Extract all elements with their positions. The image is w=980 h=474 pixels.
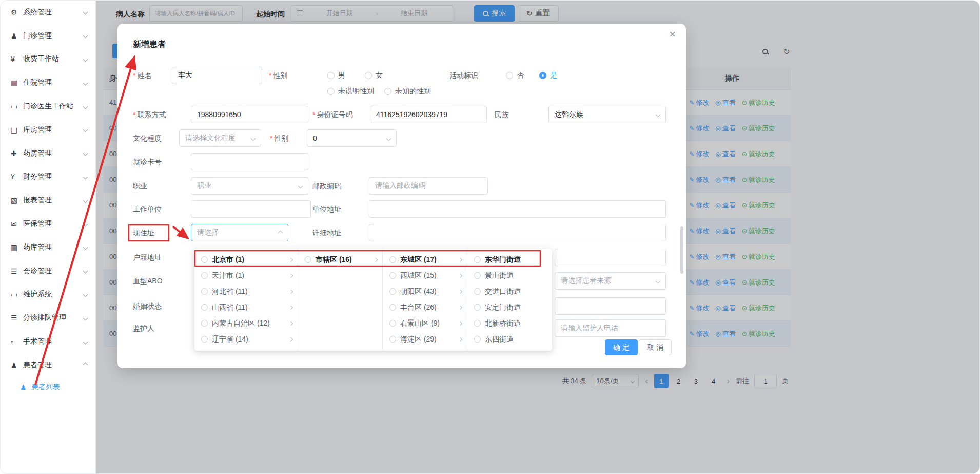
app-window: ⚙系统管理♟门诊管理¥收费工作站▥住院管理▭门诊医生工作站▤库房管理✚药房管理¥… <box>0 0 980 474</box>
gender-option-unknown[interactable]: 未知的性别 <box>384 86 431 97</box>
radio-icon <box>201 256 208 263</box>
unit-address-input[interactable] <box>369 200 666 218</box>
chevron-down-icon <box>83 151 88 156</box>
sidebar-item-8[interactable]: ¥财务管理 <box>1 165 95 189</box>
cancel-button[interactable]: 取 消 <box>639 339 672 355</box>
cascader-option[interactable]: 海淀区 (29) <box>383 331 467 347</box>
contact-input[interactable]: 19880991650 <box>191 106 308 123</box>
sidebar-item-12[interactable]: ☰会诊管理 <box>1 259 95 283</box>
gender-option-male[interactable]: 男 <box>327 70 345 81</box>
cascader-option[interactable]: 朝阳区 (43) <box>383 283 467 299</box>
cascader-option[interactable]: 丰台区 (26) <box>383 299 467 315</box>
grid-icon: ▦ <box>11 243 23 252</box>
sidebar-item-4[interactable]: ▥住院管理 <box>1 71 95 94</box>
chevron-right-icon <box>289 321 293 325</box>
sidebar-item-7[interactable]: ✚药房管理 <box>1 142 95 165</box>
cascader-option[interactable]: 天津市 (1) <box>194 268 298 283</box>
cascader-option[interactable]: 东城区 (17) <box>383 252 467 268</box>
cascader-option[interactable]: 东华门街道 <box>467 252 552 268</box>
list-icon: ☰ <box>11 267 23 275</box>
chevron-down-icon <box>386 136 391 141</box>
radio-icon <box>389 304 396 311</box>
radio-icon <box>201 272 208 279</box>
gender-option-unstated[interactable]: 未说明性别 <box>327 86 374 97</box>
marital-status-label: 婚姻状态 <box>133 301 162 311</box>
chevron-right-icon <box>458 337 462 341</box>
cascader-option[interactable]: 辽宁省 (14) <box>194 331 298 347</box>
chevron-right-icon <box>289 273 293 277</box>
household-address-input[interactable] <box>555 249 666 266</box>
radio-icon <box>389 272 396 279</box>
sidebar-item-6[interactable]: ▤库房管理 <box>1 118 95 142</box>
household-address-label: 户籍地址 <box>133 252 162 262</box>
yen-icon: ¥ <box>11 55 23 63</box>
sidebar-item-14[interactable]: ☰分诊排队管理 <box>1 306 95 330</box>
ethnicity-label: 民族 <box>495 109 509 120</box>
education-select[interactable]: 请选择文化程度 <box>179 129 261 147</box>
close-icon[interactable]: × <box>669 29 676 40</box>
sidebar-item-9[interactable]: ▧报表管理 <box>1 188 95 212</box>
mail-icon: ✉ <box>11 220 23 228</box>
radio-icon <box>201 336 208 343</box>
work-unit-input[interactable] <box>191 200 311 218</box>
chevron-right-icon <box>458 305 462 309</box>
occupation-select[interactable]: 职业 <box>191 177 308 195</box>
sidebar-item-1[interactable]: ⚙系统管理 <box>1 1 95 24</box>
confirm-button[interactable]: 确 定 <box>605 339 638 355</box>
sidebar-item-15[interactable]: ▫手术管理 <box>1 330 95 353</box>
sidebar-item-13[interactable]: ▭维护系统 <box>1 283 95 307</box>
chevron-down-icon <box>83 269 88 274</box>
detail-address-input[interactable] <box>369 224 666 241</box>
cascader-option[interactable]: 东四街道 <box>467 331 552 347</box>
active-flag-option-no[interactable]: 否 <box>506 70 524 81</box>
ethnicity-select[interactable]: 达斡尔族 <box>548 106 666 123</box>
postal-code-input[interactable]: 请输入邮政编码 <box>369 177 488 195</box>
chevron-right-icon <box>289 305 293 309</box>
chevron-right-icon <box>458 289 462 293</box>
chevron-down-icon <box>83 221 88 226</box>
visit-card-input[interactable] <box>191 153 308 170</box>
sidebar: ⚙系统管理♟门诊管理¥收费工作站▥住院管理▭门诊医生工作站▤库房管理✚药房管理¥… <box>1 1 96 473</box>
cascader-option[interactable]: 内蒙古自治区 (12) <box>194 315 298 331</box>
sidebar-item-11[interactable]: ▦药库管理 <box>1 236 95 259</box>
user-icon: ♟ <box>11 361 23 369</box>
radio-icon <box>365 72 372 79</box>
cascader-option[interactable]: 西城区 (15) <box>383 268 467 283</box>
cascader-column-3: 东城区 (17)西城区 (15)朝阳区 (43)丰台区 (26)石景山区 (9)… <box>383 249 467 351</box>
medical-cross-icon: ✚ <box>11 149 23 158</box>
current-address-cascader[interactable]: 请选择 <box>191 224 288 241</box>
current-address-label: 现住址 <box>133 227 154 238</box>
occupation-label: 职业 <box>133 181 147 191</box>
sidebar-item-16[interactable]: ♟患者管理 <box>1 353 95 377</box>
sidebar-item-5[interactable]: ▭门诊医生工作站 <box>1 94 95 118</box>
gender-option-female[interactable]: 女 <box>365 70 383 81</box>
radio-icon <box>384 88 391 95</box>
chevron-down-icon <box>83 57 88 62</box>
radio-icon <box>201 304 208 311</box>
sidebar-item-2[interactable]: ♟门诊管理 <box>1 24 95 48</box>
cascader-option[interactable]: 北新桥街道 <box>467 315 552 331</box>
cascader-option[interactable]: 市辖区 (16) <box>298 252 382 268</box>
sidebar-item-3[interactable]: ¥收费工作站 <box>1 48 95 71</box>
cascader-option[interactable]: 北京市 (1) <box>194 252 298 268</box>
yen-icon: ¥ <box>11 173 23 181</box>
cascader-option[interactable]: 景山街道 <box>467 268 552 283</box>
visit-card-label: 就诊卡号 <box>133 157 162 167</box>
cascader-option[interactable]: 山西省 (11) <box>194 299 298 315</box>
cascader-option[interactable]: 石景山区 (9) <box>383 315 467 331</box>
guardian-phone-input[interactable]: 请输入监护人电话 <box>555 319 666 337</box>
gender-code-select[interactable]: 0 <box>307 129 397 147</box>
active-flag-option-yes[interactable]: 是 <box>539 70 557 81</box>
patient-source-select[interactable]: 请选择患者来源 <box>555 272 666 290</box>
sidebar-item-patient-list[interactable]: ♟ 患者列表 <box>1 377 95 397</box>
id-number-input[interactable]: 411625192602039719 <box>370 106 487 123</box>
radio-icon <box>506 72 513 79</box>
modal-scrollbar[interactable] <box>680 226 683 274</box>
sidebar-item-10[interactable]: ✉医保管理 <box>1 212 95 236</box>
cascader-option[interactable]: 安定门街道 <box>467 299 552 315</box>
cascader-option[interactable]: 交道口街道 <box>467 283 552 299</box>
name-input[interactable]: 牢大 <box>172 67 262 84</box>
cascader-option[interactable]: 河北省 (11) <box>194 283 298 299</box>
marital-status-input[interactable] <box>555 297 666 315</box>
chart-icon: ▥ <box>11 79 23 87</box>
